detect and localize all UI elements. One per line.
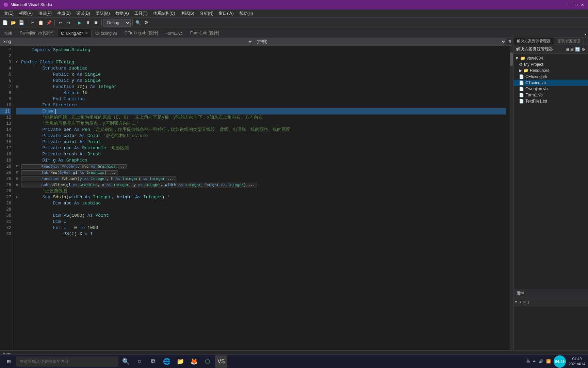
taskbar-search-input[interactable]: [16, 356, 118, 367]
vertical-scrollbar[interactable]: [510, 46, 513, 350]
code-line-26a: ⊞ Sub New(ByRef gl As Graphics) ...: [16, 170, 506, 176]
tab-cwenjian-design[interactable]: Cwenjian.vb [设计]: [16, 29, 57, 37]
minimize-button[interactable]: ─: [568, 2, 572, 7]
toolbar-sep5: [132, 20, 133, 26]
sol-toolbar-btn1[interactable]: ⊞: [566, 47, 569, 52]
toolbar: 📄 📂 💾 ✂ 📋 📌 ↩ ↪ ▶ ⏸ ⏹ Debug Release 🔍 ⚙: [0, 18, 588, 28]
tree-item-myproject[interactable]: ⚙ My Project: [513, 61, 588, 67]
taskbar-taskview[interactable]: ⧉: [147, 355, 159, 368]
code-nav-sync[interactable]: ⇅: [506, 38, 513, 45]
tab-form1-design[interactable]: Form1.vb [设计]: [186, 29, 223, 37]
menu-item-arch[interactable]: 体系结构(C): [150, 10, 178, 17]
tree-item-form1[interactable]: 📄 Form1.vb: [513, 92, 588, 98]
toolbar-copy[interactable]: 📋: [37, 19, 45, 27]
taskbar-vs[interactable]: VS: [215, 355, 227, 368]
code-line-19: Dim g As Graphics: [16, 157, 506, 164]
properties-title: 属性: [516, 291, 524, 296]
scrollbar-thumb[interactable]: [510, 52, 513, 66]
solution-expand-icon: ▼: [515, 56, 519, 61]
code-line-16: Private point As Point: [16, 139, 506, 145]
app-icon: 🟣: [3, 2, 9, 7]
taskbar-search-icon[interactable]: 🔍: [120, 355, 132, 368]
toolbar-extra2[interactable]: ⚙: [143, 19, 150, 27]
toolbar-sep1: [27, 20, 27, 26]
tab-team-explorer[interactable]: 团队资源管理: [554, 37, 584, 45]
toolbar-redo[interactable]: ↪: [65, 19, 72, 27]
code-lines[interactable]: Imports System.Drawing ⊟ Public Class CT…: [13, 46, 510, 350]
code-line-28: Dim abc As zuobiao: [16, 200, 506, 206]
code-line-8: Return 10: [16, 90, 506, 96]
class-dropdown[interactable]: xing: [0, 38, 253, 45]
properties-toolbar: ≡ ⚡ ⊞ ↕: [513, 298, 588, 306]
toolbar-cut[interactable]: ✂: [29, 19, 36, 27]
tree-item-solution[interactable]: ▼ 📁 vbw4004: [513, 55, 588, 61]
solution-icon: 📁: [520, 56, 525, 61]
menu-item-data[interactable]: 数据(A): [113, 10, 132, 17]
start-button[interactable]: ⊞: [3, 355, 15, 368]
tree-item-cftuxing[interactable]: 📄 CFtuxing.vb: [513, 74, 588, 80]
menu-item-debug[interactable]: 调试(D): [74, 10, 93, 17]
tab-nvb[interactable]: n.vb: [1, 29, 16, 37]
taskbar-firefox[interactable]: 🦊: [188, 355, 200, 368]
tree-item-ctuxing[interactable]: 📄 CTuxing.vb: [513, 80, 588, 86]
maximize-button[interactable]: □: [574, 2, 578, 7]
app-title: Microsoft Visual Studio: [11, 2, 52, 7]
prop-toolbar-categorized[interactable]: ≡: [515, 300, 518, 305]
menu-item-build[interactable]: 生成(B): [54, 10, 74, 17]
tab-cftuxing[interactable]: CFtuxing.vb: [92, 29, 121, 37]
menu-item-project[interactable]: 项目(P): [35, 10, 54, 17]
tree-item-textfile1[interactable]: 📄 TextFile1.txt: [513, 98, 588, 104]
tab-ctuxing-active[interactable]: CTuxing.vb* ✕: [57, 29, 92, 37]
toolbar-sep4: [101, 20, 102, 26]
toolbar-paste[interactable]: 📌: [45, 19, 53, 27]
code-line-14: Private pen As Pen '定义钢笔，作用提供线条的一些特征，比如说…: [16, 127, 506, 133]
prop-toolbar-alphabetical[interactable]: ⚡: [519, 300, 522, 305]
menu-item-help[interactable]: 帮助(H): [236, 10, 256, 17]
menu-item-analyze[interactable]: 分析(N): [197, 10, 216, 17]
prop-toolbar-events[interactable]: ↕: [527, 300, 529, 305]
menu-item-file[interactable]: 文(E): [1, 10, 16, 17]
tray-icon-speaker: 🔊: [539, 359, 543, 364]
toolbar-pause[interactable]: ⏸: [84, 19, 92, 27]
menu-item-team[interactable]: 团队(M): [93, 10, 113, 17]
toolbar-stop[interactable]: ⏹: [92, 19, 100, 27]
toolbar-save[interactable]: 💾: [18, 19, 25, 27]
menu-item-window[interactable]: 窗口(W): [216, 10, 236, 17]
title-bar-left: 🟣 Microsoft Visual Studio: [3, 2, 52, 7]
editor-panel: xing (声明) ⇅ 12345 678910 11 1213141516 1…: [0, 37, 513, 350]
taskbar-app1[interactable]: ⬡: [201, 355, 214, 368]
textfile1-label: TextFile1.txt: [525, 99, 547, 104]
tab-close-icon[interactable]: ✕: [85, 31, 88, 35]
tab-form1[interactable]: Form1.vb: [162, 29, 186, 37]
toolbar-open[interactable]: 📂: [10, 19, 17, 27]
tab-solution-explorer[interactable]: 解决方案资源管理器: [513, 37, 554, 45]
tab-cftuxing-design[interactable]: CFtuxing.vb [设计]: [121, 29, 162, 37]
taskbar-edge[interactable]: 🌐: [161, 355, 173, 368]
toolbar-undo[interactable]: ↩: [56, 19, 64, 27]
solution-explorer-toolbar: ⊞ ⊟ 🔄 ⚙: [566, 47, 585, 52]
menu-item-tools[interactable]: 工具(T): [132, 10, 150, 17]
menu-item-test[interactable]: 测试(S): [178, 10, 197, 17]
title-bar-controls[interactable]: ─ □ ✕: [568, 2, 585, 7]
prop-toolbar-properties[interactable]: ⊞: [523, 300, 526, 305]
taskbar-cortana[interactable]: ○: [133, 355, 146, 368]
resources-label: Resources: [530, 68, 549, 73]
close-button[interactable]: ✕: [580, 2, 585, 7]
solution-explorer-header: 解决方案资源管理器 ⊞ ⊟ 🔄 ⚙: [513, 45, 588, 54]
taskbar-explorer[interactable]: 📁: [174, 355, 186, 368]
right-panel-tabs: 解决方案资源管理器 团队资源管理: [513, 37, 588, 45]
toolbar-extra1[interactable]: 🔍: [134, 19, 142, 27]
tab-overflow[interactable]: ▾: [584, 32, 588, 37]
tray-icon-pen: ✒: [533, 359, 536, 364]
menu-item-view[interactable]: 视图(V): [16, 10, 35, 17]
tree-item-cwenjian[interactable]: 📄 Cwenjian.vb: [513, 86, 588, 92]
tree-item-resources[interactable]: ▶ 📁 Resources: [513, 67, 588, 74]
sol-toolbar-btn3[interactable]: 🔄: [575, 47, 580, 52]
debug-mode-dropdown[interactable]: Debug Release: [103, 19, 131, 27]
member-dropdown[interactable]: (声明): [253, 38, 506, 45]
toolbar-run[interactable]: ▶: [76, 19, 83, 27]
clock-time: 04:49: [555, 359, 565, 364]
sol-toolbar-btn4[interactable]: ⚙: [582, 47, 585, 52]
sol-toolbar-btn2[interactable]: ⊟: [570, 47, 574, 52]
toolbar-new[interactable]: 📄: [1, 19, 9, 27]
